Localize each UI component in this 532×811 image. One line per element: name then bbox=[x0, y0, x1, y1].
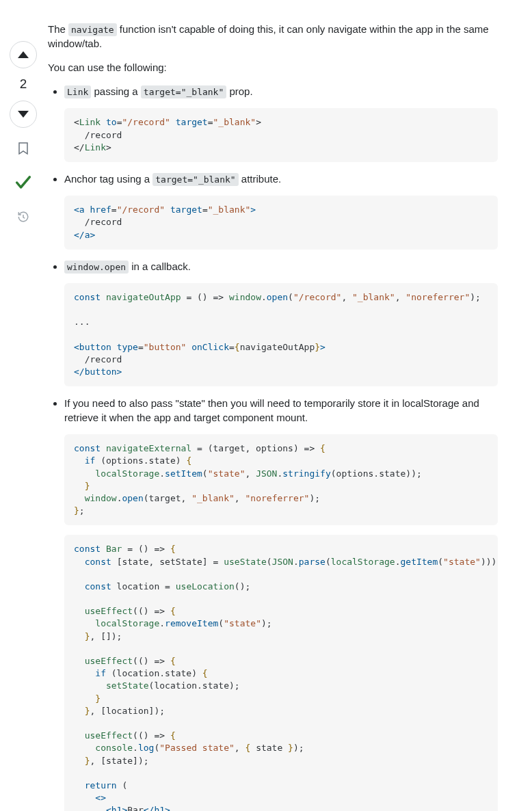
bookmark-icon bbox=[18, 142, 28, 155]
code-block: const navigateExternal = (target, option… bbox=[64, 434, 498, 525]
inline-code: target="_blank" bbox=[152, 173, 238, 186]
code-block: const navigateOutApp = () => window.open… bbox=[64, 283, 498, 386]
code-block: <a href="/record" target="_blank"> /reco… bbox=[64, 196, 498, 250]
inline-code: Link bbox=[64, 85, 91, 98]
history-icon bbox=[17, 211, 29, 223]
vote-column: 2 bbox=[5, 41, 41, 230]
accepted-mark bbox=[10, 169, 37, 196]
bullet-list: Link passing a target="_blank" prop. <Li… bbox=[48, 84, 498, 811]
history-button[interactable] bbox=[10, 203, 37, 230]
checkmark-icon bbox=[14, 173, 33, 192]
bookmark-button[interactable] bbox=[10, 135, 37, 162]
list-item: window.open in a callback. const navigat… bbox=[64, 259, 498, 387]
inline-code: target="_blank" bbox=[141, 85, 226, 98]
paragraph: The navigate function isn't capable of d… bbox=[48, 22, 498, 51]
inline-code: navigate bbox=[68, 23, 117, 36]
code-block: const Bar = () => { const [state, setSta… bbox=[64, 535, 498, 811]
triangle-down-icon bbox=[18, 111, 29, 118]
list-item: Link passing a target="_blank" prop. <Li… bbox=[64, 84, 498, 162]
list-item: Anchor tag using a target="_blank" attri… bbox=[64, 172, 498, 250]
list-item: If you need to also pass "state" then yo… bbox=[64, 396, 498, 811]
code-block: <Link to="/record" target="_blank"> /rec… bbox=[64, 108, 498, 162]
inline-code: window.open bbox=[64, 261, 129, 274]
paragraph: You can use the following: bbox=[48, 60, 498, 75]
answer-body: The navigate function isn't capable of d… bbox=[48, 22, 525, 811]
upvote-button[interactable] bbox=[10, 41, 37, 68]
triangle-up-icon bbox=[18, 51, 29, 58]
downvote-button[interactable] bbox=[10, 101, 37, 128]
answer-post: 2 The navigate function isn't capable of… bbox=[0, 22, 532, 811]
vote-count: 2 bbox=[20, 75, 27, 94]
